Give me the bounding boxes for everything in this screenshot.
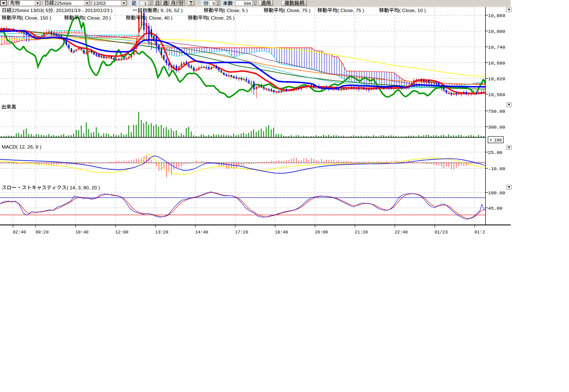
- svg-text:( 14, 3, 80, 20 ): ( 14, 3, 80, 20 ): [67, 185, 100, 191]
- svg-text:500: 500: [244, 2, 251, 6]
- svg-text:100: 100: [494, 138, 502, 143]
- svg-text:13/03: 13/03: [93, 0, 106, 6]
- svg-text:09:20: 09:20: [35, 230, 49, 235]
- svg-text:10,680: 10,680: [488, 60, 506, 66]
- svg-text:02:40: 02:40: [13, 230, 26, 235]
- svg-text:22:40: 22:40: [394, 230, 408, 235]
- svg-text:25.00: 25.00: [488, 150, 503, 155]
- svg-text:20:00: 20:00: [315, 230, 328, 235]
- svg-text:T: T: [190, 0, 192, 6]
- svg-text:300.00: 300.00: [488, 124, 506, 130]
- svg-text:13:20: 13:20: [155, 230, 169, 235]
- svg-text:10,620: 10,620: [488, 76, 506, 82]
- svg-text:21:20: 21:20: [355, 230, 368, 235]
- svg-text:45.00: 45.00: [488, 206, 503, 211]
- svg-text:( Close, 75 ): ( Close, 75 ): [284, 7, 310, 13]
- svg-text:10,560: 10,560: [488, 92, 506, 97]
- svg-text:( Close, 40 ): ( Close, 40 ): [146, 15, 172, 21]
- svg-text:12:00: 12:00: [115, 230, 129, 235]
- svg-text:1: 1: [144, 2, 147, 6]
- svg-text:( Close, 25 ): ( Close, 25 ): [208, 15, 235, 21]
- svg-text:01/23: 01/23: [434, 230, 448, 235]
- svg-text:18:40: 18:40: [275, 230, 288, 235]
- svg-text:225mini: 225mini: [54, 0, 71, 6]
- svg-text:10,800: 10,800: [488, 29, 506, 34]
- svg-text:10:40: 10:40: [75, 230, 89, 235]
- svg-text:100.00: 100.00: [488, 190, 506, 196]
- svg-text:( Close, 5 ): ( Close, 5 ): [224, 7, 248, 13]
- svg-text:MACD( 12, 26, 9 ): MACD( 12, 26, 9 ): [2, 144, 41, 150]
- svg-text:, 2013/01/19 - 2013/01/23 ): , 2013/01/19 - 2013/01/23 ): [53, 7, 112, 13]
- svg-text:17:20: 17:20: [235, 230, 248, 235]
- svg-text:( 9, 26, 52 ): ( 9, 26, 52 ): [157, 7, 182, 13]
- svg-text:×: ×: [489, 138, 492, 143]
- svg-text:5: 5: [212, 2, 215, 6]
- svg-text:10,740: 10,740: [488, 45, 506, 50]
- svg-text:( Close, 10 ): ( Close, 10 ): [399, 7, 426, 13]
- svg-text:225mini 13/03( 5: 225mini 13/03( 5: [12, 7, 48, 13]
- svg-text:( Close, 75 ): ( Close, 75 ): [337, 7, 364, 13]
- svg-text:750.00: 750.00: [488, 109, 506, 114]
- svg-text:-10.00: -10.00: [488, 166, 506, 171]
- svg-text:14:40: 14:40: [195, 230, 208, 235]
- svg-text:10,860: 10,860: [488, 13, 506, 18]
- svg-text:( Close, 20 ): ( Close, 20 ): [84, 15, 111, 21]
- svg-text:( Close, 150 ): ( Close, 150 ): [22, 15, 51, 21]
